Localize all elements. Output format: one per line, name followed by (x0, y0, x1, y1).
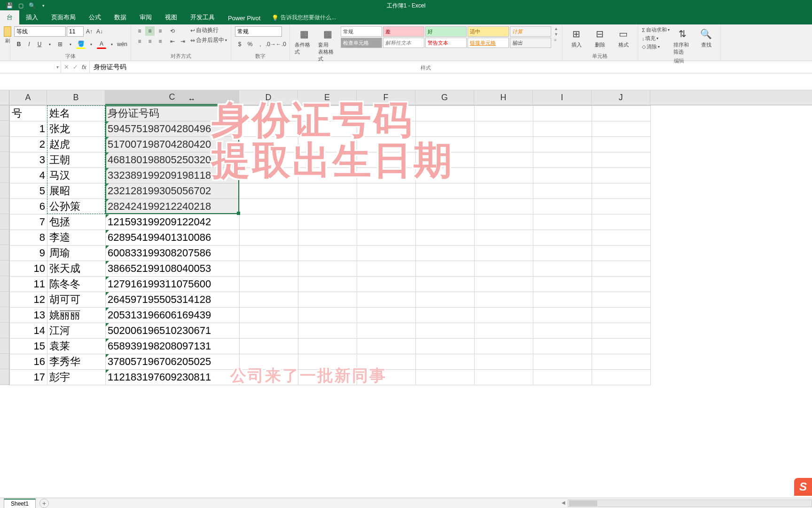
style-check[interactable]: 检查单元格 (341, 38, 382, 48)
cell[interactable] (240, 199, 298, 214)
cell[interactable]: 112183197609230811 (106, 370, 240, 385)
cell[interactable]: 周瑜 (47, 246, 106, 261)
cell[interactable] (240, 339, 298, 354)
cell[interactable] (416, 183, 475, 199)
cell[interactable]: 594575198704280496 (106, 121, 240, 137)
cell[interactable]: 9 (10, 246, 47, 261)
cell[interactable]: 张天成 (47, 261, 106, 277)
cell[interactable] (416, 292, 475, 308)
cell[interactable] (298, 106, 357, 121)
col-header-f[interactable]: F (357, 90, 415, 105)
cell-styles-gallery[interactable]: 常规 差 好 适中 计算 检查单元格 解释性文本 警告文本 链接单元格 输出 (341, 26, 551, 48)
cell[interactable] (240, 121, 298, 137)
cell[interactable] (357, 183, 416, 199)
cell[interactable] (475, 323, 533, 339)
cell[interactable] (240, 246, 298, 261)
cell[interactable] (592, 199, 651, 214)
cell[interactable] (298, 199, 357, 214)
border-dropdown-icon[interactable]: ▾ (66, 40, 75, 49)
add-sheet-button[interactable]: + (39, 499, 49, 508)
cell[interactable] (416, 354, 475, 370)
cell[interactable] (416, 168, 475, 183)
font-name-input[interactable] (14, 26, 66, 37)
cell[interactable] (298, 370, 357, 385)
cell[interactable] (357, 261, 416, 277)
cell[interactable] (357, 246, 416, 261)
cell[interactable] (475, 183, 533, 199)
cell[interactable] (533, 199, 592, 214)
cell[interactable] (240, 137, 298, 152)
cell[interactable] (240, 323, 298, 339)
cancel-formula-icon[interactable]: ✕ (64, 64, 69, 71)
cell[interactable] (357, 354, 416, 370)
cell[interactable] (298, 354, 357, 370)
cell[interactable]: 17 (10, 370, 47, 385)
cell[interactable] (298, 323, 357, 339)
cell[interactable] (416, 137, 475, 152)
cell[interactable]: 15 (10, 339, 47, 354)
conditional-format-button[interactable]: ▦条件格式 (294, 26, 314, 56)
cell[interactable] (533, 370, 592, 385)
col-header-j[interactable]: J (592, 90, 650, 105)
tell-me-search[interactable]: 💡 告诉我您想要做什么... (267, 11, 341, 24)
cell[interactable] (298, 261, 357, 277)
increase-indent-button[interactable]: ⇥ (178, 37, 187, 46)
cell[interactable]: 陈冬冬 (47, 277, 106, 292)
tab-data[interactable]: 数据 (108, 10, 133, 24)
insert-function-button[interactable]: fx (82, 64, 86, 71)
cell[interactable] (298, 183, 357, 199)
cell[interactable] (592, 339, 651, 354)
cell[interactable]: 600833199308207586 (106, 246, 240, 261)
cell[interactable]: 公孙策 (47, 199, 106, 214)
cell[interactable]: 身份证号码 (106, 106, 240, 121)
cell[interactable] (357, 292, 416, 308)
cell[interactable] (592, 354, 651, 370)
col-header-a[interactable]: A (9, 90, 47, 105)
styles-more-icon[interactable]: ≡ (554, 38, 558, 42)
cell[interactable] (357, 230, 416, 246)
sheet-tab-1[interactable]: Sheet1 (4, 499, 36, 508)
cell[interactable]: 包拯 (47, 214, 106, 230)
col-header-b[interactable]: B (47, 90, 105, 105)
cell[interactable]: 王朝 (47, 152, 106, 168)
cell[interactable] (357, 137, 416, 152)
scroll-thumb[interactable] (569, 500, 597, 506)
align-middle-button[interactable]: ≡ (145, 26, 155, 36)
new-doc-icon[interactable]: ▢ (17, 2, 24, 9)
align-center-button[interactable]: ≡ (145, 37, 155, 46)
cell[interactable] (416, 230, 475, 246)
col-header-c[interactable]: C (105, 90, 239, 105)
cell[interactable] (357, 308, 416, 323)
cell[interactable] (533, 152, 592, 168)
cell[interactable] (357, 277, 416, 292)
cell[interactable] (240, 152, 298, 168)
cell[interactable] (416, 370, 475, 385)
cell[interactable]: 121593199209122042 (106, 214, 240, 230)
cell[interactable] (298, 152, 357, 168)
cell[interactable] (298, 168, 357, 183)
cell[interactable]: 李逵 (47, 230, 106, 246)
col-header-d[interactable]: D (239, 90, 298, 105)
cell[interactable] (357, 168, 416, 183)
qat-dropdown-icon[interactable]: ▾ (39, 2, 47, 9)
table-format-button[interactable]: ▦套用 表格格式 (317, 26, 338, 64)
style-neutral[interactable]: 适中 (468, 26, 509, 37)
cell[interactable]: 姓名 (47, 106, 106, 121)
cell[interactable] (533, 354, 592, 370)
cell[interactable] (240, 354, 298, 370)
cell[interactable] (357, 106, 416, 121)
name-box-input[interactable] (0, 64, 54, 71)
cell[interactable] (416, 152, 475, 168)
cell[interactable]: 517007198704280420 (106, 137, 240, 152)
cell[interactable] (592, 370, 651, 385)
cell[interactable]: 号 (10, 106, 47, 121)
styles-scroll-down-icon[interactable]: ▼ (554, 32, 558, 37)
cell[interactable] (416, 214, 475, 230)
cell[interactable]: 13 (10, 308, 47, 323)
cell[interactable] (240, 292, 298, 308)
cell[interactable]: 127916199311075600 (106, 277, 240, 292)
cell[interactable]: 江河 (47, 323, 106, 339)
align-bottom-button[interactable]: ≡ (156, 26, 165, 36)
cell[interactable] (592, 261, 651, 277)
cell[interactable] (240, 168, 298, 183)
